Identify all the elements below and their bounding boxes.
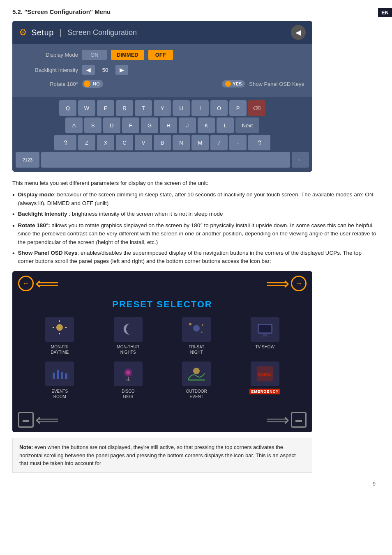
nav-bottom-left-square-button[interactable]: ▬ xyxy=(18,412,34,428)
preset-icon-6 xyxy=(114,362,143,386)
display-mode-label: Display Mode xyxy=(21,52,78,58)
description-list: • Display mode: behaviour of the screen … xyxy=(12,191,378,265)
preset-item-8[interactable]: EMERG EMERGENCY xyxy=(234,362,296,399)
note-bold: Note: xyxy=(19,444,33,450)
preset-panel: ← ⟸ ⟹ → PRESET SELECTOR MON-F xyxy=(12,271,312,432)
preset-icon-3 xyxy=(182,317,211,342)
key-v[interactable]: V xyxy=(135,135,152,150)
key-o[interactable]: O xyxy=(210,100,228,116)
preset-item-6[interactable]: DISCOGIGS xyxy=(97,362,159,399)
key-d[interactable]: D xyxy=(103,117,120,133)
shift-right-key[interactable]: ⇧ xyxy=(248,135,270,150)
key-x[interactable]: X xyxy=(97,135,114,150)
back-button[interactable]: ◀ xyxy=(291,25,306,40)
bullet-1: • xyxy=(12,191,15,200)
svg-rect-18 xyxy=(53,373,55,379)
description-intro: This menu lets you set different paramet… xyxy=(12,179,378,187)
key-t[interactable]: T xyxy=(135,100,152,116)
rotate-toggle-label: NO xyxy=(91,81,101,86)
display-mode-desc: Display mode: behaviour of the screen di… xyxy=(18,191,378,207)
key-e[interactable]: E xyxy=(97,100,114,116)
svg-point-1 xyxy=(56,324,63,331)
list-item-rotate: • Rotate 180°: allows you to rotate grap… xyxy=(12,221,378,246)
key-q[interactable]: Q xyxy=(59,100,76,116)
preset-icon-7 xyxy=(182,362,211,386)
nav-left-circle-button[interactable]: ← xyxy=(18,276,34,291)
key-i[interactable]: I xyxy=(191,100,209,116)
backlight-left-button[interactable]: ◀ xyxy=(82,65,95,75)
key-c[interactable]: C xyxy=(116,135,133,150)
rotate-desc: Rotate 180°: allows you to rotate graphi… xyxy=(18,221,378,246)
keyboard-row-2: A S D F G H J K L Next xyxy=(16,117,309,133)
key-r[interactable]: R xyxy=(116,100,133,116)
keyboard-row-3: ⇧ Z X C V B N M / - ⇧ xyxy=(16,135,309,150)
preset-label-1: MON-FRIDAYTIME xyxy=(51,344,69,355)
preset-title: PRESET SELECTOR xyxy=(112,299,212,309)
backlight-desc: Backlight Intensity : brightness intensi… xyxy=(18,210,223,218)
backlight-right-button[interactable]: ▶ xyxy=(115,65,128,75)
osd-toggle[interactable]: YES xyxy=(222,80,245,88)
key-a[interactable]: A xyxy=(65,117,83,133)
key-s[interactable]: S xyxy=(84,117,101,133)
mode-on-button[interactable]: ON xyxy=(82,50,107,60)
preset-icon-5 xyxy=(45,362,74,386)
svg-rect-16 xyxy=(261,336,270,336)
backspace-key[interactable]: ⌫ xyxy=(248,100,265,116)
shift-left-key[interactable]: ⇧ xyxy=(54,135,76,150)
preset-label-2: MON-THURNIGHTS xyxy=(117,344,139,355)
sym-key[interactable]: ?123 xyxy=(16,152,39,168)
svg-rect-21 xyxy=(65,373,67,379)
key-k[interactable]: K xyxy=(198,117,215,133)
display-mode-term: Display mode xyxy=(18,191,54,198)
osd-dot xyxy=(225,81,231,87)
preset-icon-2 xyxy=(114,317,143,342)
left-arrow-icon: ⟸ xyxy=(35,275,59,292)
preset-item-4[interactable]: TV SHOW xyxy=(234,317,296,355)
key-u[interactable]: U xyxy=(173,100,190,116)
key-h[interactable]: H xyxy=(160,117,177,133)
en-badge: EN xyxy=(378,8,392,17)
svg-rect-20 xyxy=(61,372,63,379)
preset-item-7[interactable]: OUTDOOREVENT xyxy=(166,362,228,399)
key-j[interactable]: J xyxy=(179,117,196,133)
preset-item-1[interactable]: MON-FRIDAYTIME xyxy=(29,317,91,355)
osd-toggle-label: YES xyxy=(233,81,242,86)
preset-item-5[interactable]: EVENTSROOM xyxy=(29,362,91,399)
key-m[interactable]: M xyxy=(191,135,209,150)
key-g[interactable]: G xyxy=(141,117,158,133)
nav-right-circle-button[interactable]: → xyxy=(291,276,307,291)
rotate-osd-row: Rotate 180° NO YES Show Panel OSD Keys xyxy=(21,80,304,88)
key-n[interactable]: N xyxy=(173,135,190,150)
osd-term: Show Panel OSD Keys xyxy=(18,250,78,256)
key-z[interactable]: Z xyxy=(78,135,95,150)
svg-point-28 xyxy=(193,368,200,374)
nav-bottom-right-square-button[interactable]: ▬ xyxy=(291,412,307,428)
setup-panel: ⚙ Setup | Screen Configuration ◀ Display… xyxy=(12,21,312,172)
svg-point-24 xyxy=(126,371,130,375)
key-slash[interactable]: / xyxy=(210,135,228,150)
key-p[interactable]: P xyxy=(229,100,247,116)
next-key[interactable]: Next xyxy=(235,117,259,133)
preset-label-3: FRI-SATNIGHT xyxy=(189,344,204,355)
mode-dimmed-button[interactable]: DIMMED xyxy=(111,50,144,60)
key-w[interactable]: W xyxy=(78,100,95,116)
key-l[interactable]: L xyxy=(217,117,234,133)
preset-item-3[interactable]: FRI-SATNIGHT xyxy=(166,317,228,355)
list-item-osd: • Show Panel OSD Keys: enables/disables … xyxy=(12,249,378,266)
enter-key[interactable]: ← xyxy=(292,152,309,168)
backlight-value: 50 xyxy=(99,67,111,73)
mode-off-button[interactable]: OFF xyxy=(148,50,173,60)
key-dash[interactable]: - xyxy=(229,135,247,150)
preset-item-2[interactable]: MON-THURNIGHTS xyxy=(97,317,159,355)
key-f[interactable]: F xyxy=(122,117,139,133)
rotate-toggle[interactable]: NO xyxy=(82,80,103,88)
preset-bottom-left-nav: ▬ ⟸ xyxy=(18,412,59,428)
right-arrow-icon: ⟹ xyxy=(266,275,289,292)
space-key[interactable] xyxy=(41,152,290,168)
key-y[interactable]: Y xyxy=(154,100,171,116)
key-b[interactable]: B xyxy=(154,135,171,150)
section-heading: 5.2. "Screen Configuration" Menu xyxy=(12,8,380,15)
svg-rect-15 xyxy=(263,334,267,336)
display-mode-row: Display Mode ON DIMMED OFF xyxy=(21,50,304,60)
header-separator: | xyxy=(60,28,62,37)
